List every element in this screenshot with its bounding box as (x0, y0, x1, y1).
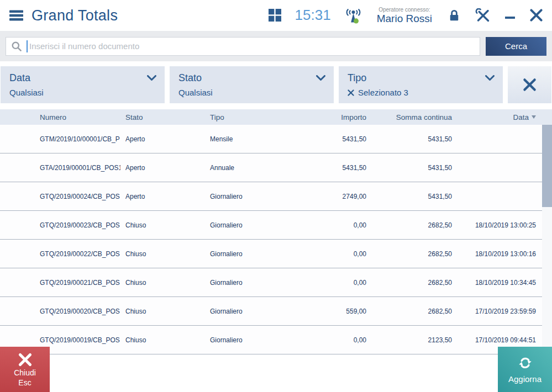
table-row[interactable]: GTQ/2019/00023/CB_POSChiusoGiornaliero0,… (0, 211, 552, 240)
cell-data: 18/10/2019 10:34:45 (453, 279, 539, 287)
menu-icon[interactable] (9, 9, 24, 22)
table-row[interactable]: GTQ/2019/00024/CB_POSApertoGiornaliero27… (0, 182, 552, 211)
tools-icon[interactable] (475, 8, 491, 23)
close-button-key: Esc (18, 378, 31, 387)
grand-totals-window: Grand Totals 15:31 (0, 0, 552, 392)
column-header-importo[interactable]: Importo (282, 113, 366, 121)
cell-numero: GTQ/2019/00021/CB_POS (40, 279, 120, 287)
cell-data: 18/10/2019 13:00:16 (453, 250, 539, 258)
cell-importo: 5431,50 (282, 164, 366, 172)
filter-data-label: Data (9, 72, 30, 84)
search-band: Cerca (0, 31, 552, 61)
cell-importo: 0,00 (282, 250, 366, 258)
cell-importo: 5431,50 (282, 135, 366, 143)
filter-data-value: Qualsiasi (9, 88, 44, 97)
cell-importo: 0,00 (282, 221, 366, 229)
cell-somma: 5431,50 (366, 164, 453, 172)
chevron-down-icon (147, 75, 156, 81)
cell-tipo: Giornaliero (205, 193, 282, 200)
cell-stato: Chiuso (120, 221, 205, 229)
cell-importo: 0,00 (282, 336, 366, 344)
lock-icon[interactable] (447, 8, 461, 23)
table-row[interactable]: GTQ/2019/00021/CB_POSChiusoGiornaliero0,… (0, 268, 552, 297)
cell-stato: Chiuso (120, 250, 205, 258)
clear-filters-icon (523, 78, 537, 92)
cell-numero: GTQ/2019/00023/CB_POS (40, 221, 120, 229)
cell-somma: 2682,50 (366, 221, 453, 229)
close-button-label: Chiudi (14, 368, 36, 377)
cell-tipo: Giornaliero (205, 250, 282, 258)
search-input[interactable] (29, 41, 475, 51)
search-button[interactable]: Cerca (486, 37, 546, 56)
column-header-somma[interactable]: Somma continua (366, 113, 453, 121)
filter-data[interactable]: Data Qualsiasi (1, 66, 165, 103)
cell-numero: GTQ/2019/00022/CB_POS (40, 250, 120, 258)
tiles-icon[interactable] (269, 9, 281, 22)
cell-tipo: Giornaliero (205, 221, 282, 229)
sort-desc-icon (532, 115, 536, 119)
cell-stato: Aperto (120, 193, 205, 200)
cell-stato: Aperto (120, 164, 205, 172)
column-header-tipo[interactable]: Tipo (205, 113, 282, 121)
search-button-label: Cerca (505, 41, 527, 51)
cell-somma: 2682,50 (366, 279, 453, 287)
grid-header: Numero Stato Tipo Importo Somma continua… (0, 109, 552, 125)
cell-numero: GTQ/2019/00024/CB_POS (40, 193, 120, 200)
filter-tipo-value: Selezionato 3 (358, 88, 408, 97)
refresh-button[interactable]: Aggiorna (498, 347, 552, 392)
table-row[interactable]: GTQ/2019/00020/CB_POSChiusoGiornaliero55… (0, 297, 552, 326)
clear-filters-button[interactable] (508, 66, 551, 103)
text-caret (27, 40, 28, 52)
cell-stato: Chiuso (120, 336, 205, 344)
refresh-button-label: Aggiorna (508, 374, 542, 384)
cell-numero: GTQ/2019/00020/CB_POS (40, 308, 120, 315)
cell-numero: GTA/2019/00001/CB_POS1 (40, 164, 120, 172)
cell-data: 17/10/2019 09:44:51 (453, 336, 539, 344)
cell-numero: GTQ/2019/00019/CB_POS (40, 336, 120, 344)
column-header-data[interactable]: Data (453, 113, 539, 121)
cell-somma: 5431,50 (366, 135, 453, 143)
minimize-icon[interactable] (504, 10, 516, 21)
table-row[interactable]: GTM/2019/10/00001/CB_PApertoMensile5431,… (0, 125, 552, 153)
cell-tipo: Mensile (205, 135, 282, 143)
close-button-icon (18, 352, 33, 367)
titlebar: Grand Totals 15:31 (0, 0, 552, 31)
search-box[interactable] (6, 37, 480, 56)
vertical-scrollbar[interactable] (542, 125, 552, 377)
filter-bar: Data Qualsiasi Stato Qualsiasi T (0, 61, 552, 103)
refresh-icon (517, 356, 534, 371)
filter-tipo[interactable]: Tipo Selezionato 3 (339, 66, 503, 103)
cell-importo: 0,00 (282, 279, 366, 287)
table-row[interactable]: GTQ/2019/00019/CB_POSChiusoGiornaliero0,… (0, 326, 552, 354)
close-button[interactable]: Chiudi Esc (0, 347, 50, 392)
cell-tipo: Giornaliero (205, 336, 282, 344)
filter-stato-value: Qualsiasi (178, 88, 213, 97)
column-header-stato[interactable]: Stato (120, 113, 205, 121)
filter-tipo-label: Tipo (348, 72, 366, 84)
operator-info: Operatore connesso: Mario Rossi (377, 7, 432, 25)
filter-stato-label: Stato (178, 72, 202, 84)
table-row[interactable]: GTA/2019/00001/CB_POS1ApertoAnnuale5431,… (0, 153, 552, 182)
cell-stato: Aperto (120, 135, 205, 143)
column-header-numero[interactable]: Numero (40, 113, 120, 121)
scrollbar-thumb[interactable] (542, 125, 552, 207)
cell-importo: 2749,00 (282, 193, 366, 200)
close-icon[interactable] (529, 8, 543, 22)
remove-selection-icon[interactable] (348, 89, 354, 96)
column-header-data-label: Data (513, 113, 529, 121)
search-icon (10, 40, 23, 52)
page-title: Grand Totals (31, 7, 118, 24)
chevron-down-icon (485, 75, 495, 81)
table-body: GTM/2019/10/00001/CB_PApertoMensile5431,… (0, 125, 552, 354)
cell-somma: 2682,50 (366, 308, 453, 315)
table-row[interactable]: GTQ/2019/00022/CB_POSChiusoGiornaliero0,… (0, 240, 552, 268)
filter-stato[interactable]: Stato Qualsiasi (170, 66, 334, 103)
cell-stato: Chiuso (120, 308, 205, 315)
cell-somma: 5431,50 (366, 193, 453, 200)
cell-tipo: Giornaliero (205, 308, 282, 315)
signal-icon (345, 7, 362, 24)
operator-name: Mario Rossi (377, 13, 432, 25)
cell-somma: 2123,50 (366, 336, 453, 344)
cell-tipo: Annuale (205, 164, 282, 172)
cell-data: 18/10/2019 13:00:25 (453, 221, 539, 229)
